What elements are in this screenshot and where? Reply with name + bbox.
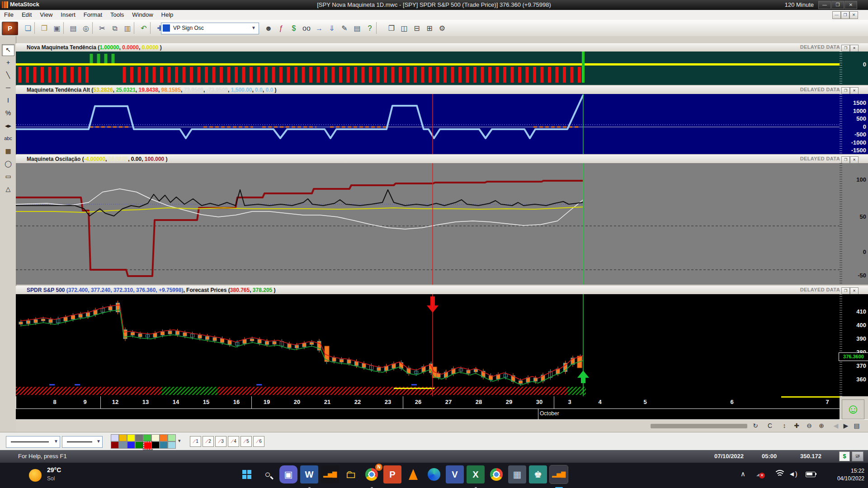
workspace-options-icon[interactable]: ⚙ [436, 22, 448, 35]
print-icon[interactable]: ▤ [67, 22, 80, 35]
percent-tool[interactable]: % [2, 108, 14, 119]
help-pointer-icon[interactable]: ? [363, 22, 376, 35]
indicator-quicklist-combo[interactable]: VP Sign Osc ▼ [161, 23, 259, 34]
trendline-tool[interactable]: ╲ [2, 70, 14, 81]
collapse-icon[interactable]: C [764, 421, 775, 431]
arrange-icons-icon[interactable]: ⊞ [423, 22, 436, 35]
chrome2-icon[interactable] [487, 465, 505, 483]
scroll-left-icon[interactable]: ◀ [830, 421, 841, 431]
panel-close-button[interactable]: ✕ [850, 287, 859, 295]
system-tester-icon[interactable]: $ [288, 22, 300, 35]
text-note-tool[interactable]: abc [2, 133, 14, 145]
color-swatch[interactable] [119, 434, 127, 441]
panel-restore-button[interactable]: ❐ [841, 87, 850, 94]
vertical-scale-icon[interactable]: ↕ [779, 421, 790, 431]
close-button[interactable]: ✕ [844, 1, 857, 9]
weather-sun-icon[interactable] [29, 469, 42, 482]
menu-view[interactable]: View [36, 10, 57, 19]
panel-close-button[interactable]: ✕ [850, 87, 859, 94]
wifi-icon[interactable] [774, 470, 784, 478]
chart-template-2[interactable]: ⟋2 [203, 436, 214, 447]
print-preview-icon[interactable]: ◎ [80, 22, 92, 35]
visio-icon[interactable]: V [446, 465, 464, 483]
child-close-button[interactable]: ✕ [849, 11, 858, 19]
grid-tool[interactable]: ▦ [2, 145, 14, 157]
downloader-icon[interactable]: ⇓ [326, 22, 338, 35]
panel-restore-button[interactable]: ❐ [841, 287, 850, 295]
minimize-button[interactable]: — [818, 1, 831, 9]
menu-file[interactable]: File [0, 10, 18, 19]
menu-format[interactable]: Format [80, 10, 106, 19]
start-button[interactable] [238, 465, 256, 483]
cut-icon[interactable]: ✂ [96, 22, 108, 35]
color-swatch[interactable] [168, 434, 176, 441]
menu-insert[interactable]: Insert [57, 10, 80, 19]
color-swatch[interactable] [135, 441, 143, 449]
color-swatch[interactable] [127, 441, 135, 449]
chevron-down-icon[interactable]: ▼ [250, 24, 258, 32]
panel-restore-button[interactable]: ❐ [841, 45, 850, 52]
monitor-icon[interactable]: 🖳 [852, 451, 863, 461]
report-icon[interactable]: ▤ [351, 22, 363, 35]
line-style-combo[interactable]: ▼ [6, 436, 60, 448]
horizontal-scrollbar[interactable] [651, 424, 747, 428]
metastock-active-icon[interactable]: ▂▅▇ [550, 465, 568, 483]
restore-button[interactable]: ❐ [831, 1, 844, 9]
explorer-icon[interactable]: oo [300, 22, 313, 35]
word-icon[interactable]: W [300, 465, 318, 483]
child-restore-button[interactable]: ❐ [841, 11, 849, 19]
chrome-icon[interactable]: N [363, 465, 381, 483]
rectangle-tool[interactable]: ▭ [2, 171, 14, 183]
indicator-builder-icon[interactable]: ƒ [275, 22, 288, 35]
open-icon[interactable]: ❐ [38, 22, 51, 35]
plot-panel1[interactable] [16, 52, 840, 85]
horizontal-line-tool[interactable]: ─ [2, 82, 14, 94]
edge-icon[interactable] [425, 465, 443, 483]
color-swatch[interactable] [143, 441, 152, 450]
explorer-icon[interactable]: 🗀 [342, 465, 360, 483]
menu-tools[interactable]: Tools [106, 10, 128, 19]
color-swatch[interactable] [168, 441, 176, 449]
ellipse-tool[interactable]: ◯ [2, 158, 14, 170]
scroll-arrows-tool[interactable]: ◂▸ [2, 120, 14, 132]
plot-panel2[interactable] [16, 94, 840, 154]
tray-chevron-icon[interactable]: ∧ [741, 470, 745, 478]
color-swatch[interactable] [151, 434, 160, 441]
undo-icon[interactable]: ↶ [137, 22, 150, 35]
color-swatch[interactable] [127, 434, 135, 441]
calculator-icon[interactable]: ▦ [508, 465, 526, 483]
crosshair-tool[interactable]: + [2, 57, 14, 69]
paste-icon[interactable]: ▥ [121, 22, 134, 35]
weather-desc[interactable]: Sol [47, 475, 55, 482]
chart-template-3[interactable]: ⟋3 [215, 436, 226, 447]
child-minimize-button[interactable]: — [832, 11, 841, 19]
panel-close-button[interactable]: ✕ [850, 45, 859, 52]
menu-window[interactable]: Window [128, 10, 157, 19]
menu-help[interactable]: Help [157, 10, 178, 19]
pan-icon[interactable]: ✚ [791, 421, 802, 431]
search-button[interactable]: ○ [259, 465, 277, 483]
chart-template-6[interactable]: ⟋6 [253, 436, 264, 447]
zoom-out-icon[interactable]: ⊖ [804, 421, 815, 431]
vlc-icon[interactable] [404, 465, 422, 483]
new-chart-icon[interactable]: ❏ [22, 22, 34, 35]
battery-icon[interactable] [806, 472, 816, 477]
save-icon[interactable]: ▣ [51, 22, 63, 35]
cascade-windows-icon[interactable]: ❐ [385, 22, 398, 35]
zoom-in-icon[interactable]: ⊕ [816, 421, 827, 431]
color-swatch[interactable] [160, 434, 168, 441]
dollar-button[interactable]: $ [839, 451, 850, 461]
copy-icon[interactable]: ⧉ [108, 22, 121, 35]
color-swatch[interactable] [135, 434, 143, 441]
panel-restore-button[interactable]: ❐ [841, 156, 850, 164]
chart-template-1[interactable]: ⟋1 [190, 436, 201, 447]
scroll-right-icon[interactable]: ▶ [840, 421, 851, 431]
powerpoint-icon[interactable]: P [383, 465, 401, 483]
volume-icon[interactable]: ◄) [788, 470, 797, 478]
power-console-button[interactable]: P [2, 22, 18, 35]
triangle-tool[interactable]: △ [2, 183, 14, 195]
pointer-tool[interactable]: ↖ [2, 44, 14, 56]
plot-panel4[interactable] [16, 294, 840, 396]
refresh-icon[interactable]: ↻ [750, 421, 761, 431]
color-swatch[interactable] [111, 441, 119, 449]
